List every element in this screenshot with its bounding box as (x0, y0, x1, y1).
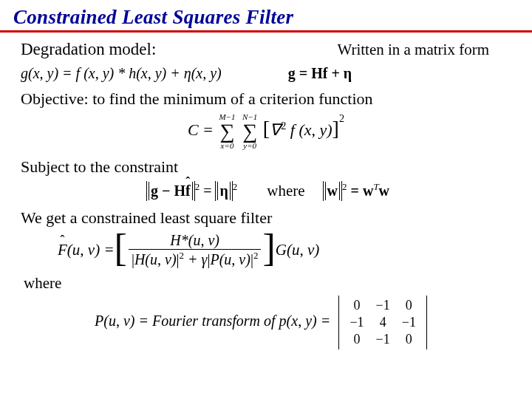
constraint-eta: η (219, 183, 228, 199)
label-result: We get a constrained least square filter (21, 208, 511, 228)
matrix-cell: −1 (344, 314, 369, 331)
eq-degradation: g(x, y) = f (x, y) * h(x, y) + η(x, y) (21, 65, 222, 82)
row-constraint: g − Hf2 = η2 where w2 = wTw (146, 181, 511, 201)
row-eq-degradation: g(x, y) = f (x, y) * h(x, y) + η(x, y) g… (21, 65, 511, 82)
matrix-cell: −1 (396, 314, 422, 331)
sum-y-bot: y=0 (243, 142, 256, 150)
wnorm-eq: = w (347, 183, 374, 199)
filter-plus: + γ (184, 251, 207, 267)
label-subject: Subject to the constraint (21, 157, 511, 177)
eq-fourier-label: P(u, v) = Fourier transform of p(x, y) = (95, 313, 330, 329)
sigma-icon: ∑ (220, 121, 235, 142)
eq-matrix: g = Hf + η (288, 65, 352, 82)
sum-x-bot: x=0 (221, 142, 234, 150)
sum-y: N−1 ∑ y=0 (242, 113, 257, 150)
filter-denP: P(u, v) (210, 251, 250, 267)
matrix-p: 0 −1 0 −1 4 −1 0 −1 0 (338, 296, 426, 349)
constraint-gHf: g − H (151, 183, 185, 199)
sum-x: M−1 ∑ x=0 (219, 113, 235, 150)
filter-G: G(u, v) (276, 241, 319, 259)
nabla-icon: ∇ (270, 120, 281, 139)
constraint-sup2: 2 (233, 181, 238, 192)
row-degradation: Degradation model: Written in a matrix f… (21, 40, 511, 59)
row-fourier: P(u, v) = Fourier transform of p(x, y) =… (95, 296, 519, 349)
label-where-1: where (267, 182, 304, 200)
crit-arg: f (x, y) (286, 120, 332, 139)
bracket-left-icon: [ (115, 231, 127, 266)
wnorm-T: T (373, 181, 378, 192)
eq-wnorm: w2 = wTw (323, 181, 389, 201)
matrix-cell: −1 (370, 331, 396, 348)
matrix-cell: −1 (370, 297, 396, 314)
matrix-cell: 0 (396, 297, 422, 314)
filter-Fhat: F (58, 241, 67, 259)
matrix-cell: 4 (370, 314, 396, 331)
slide-title: Constrained Least Squares Filter (13, 6, 519, 29)
crit-outer-sup: 2 (339, 112, 344, 124)
filter-denPsup: 2 (253, 250, 259, 261)
label-degradation: Degradation model: (21, 40, 156, 59)
constraint-eq: = (203, 183, 215, 199)
label-where-2: where (24, 274, 508, 293)
matrix-cell: 0 (396, 331, 422, 348)
eq-filter: F(u, v) = [ H*(u, v) |H(u, v)|2 + γ|P(u,… (58, 232, 319, 268)
constraint-sup1: 2 (195, 181, 200, 192)
title-rule (0, 30, 532, 33)
wnorm-w: w (327, 183, 338, 199)
matrix-cell: 0 (344, 331, 369, 348)
filter-denH: H(u, v) (134, 251, 177, 267)
filter-args: (u, v) = (67, 241, 115, 259)
filter-num: H*(u, v) (167, 232, 222, 249)
filter-fraction: H*(u, v) |H(u, v)|2 + γ|P(u, v)|2 (129, 232, 262, 268)
crit-C: C = (188, 120, 214, 139)
bracket-right-icon: ] (262, 231, 275, 266)
sigma-icon: ∑ (242, 121, 257, 142)
eq-constraint: g − Hf2 = η2 (146, 181, 237, 201)
label-matrix-form: Written in a matrix form (337, 41, 511, 59)
label-objective: Objective: to find the minimum of a crit… (21, 89, 511, 109)
constraint-fhat: f (185, 183, 191, 200)
wnorm-w2: w (379, 183, 389, 199)
matrix-cell: 0 (344, 297, 369, 314)
eq-criterion: C = M−1 ∑ x=0 N−1 ∑ y=0 [∇2 f (x, y)]2 (13, 113, 519, 150)
